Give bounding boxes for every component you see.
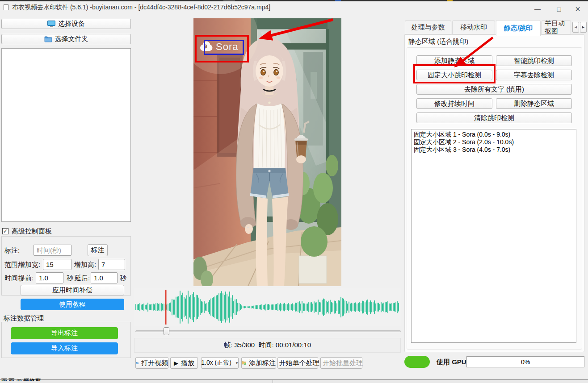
play-button[interactable]: ▶ 播放 [170,357,198,369]
export-annotation-label: 导出标注 [51,329,78,337]
clear-jump-detect-button[interactable]: 清除跳印检测 [416,112,572,123]
tab-scroll-left-button[interactable]: ◀ [572,22,579,33]
remove-all-text-button[interactable]: 去除所有文字 (慎用) [416,84,572,95]
frame-status-bar: 帧: 35/300 时间: 00:01/00:10 [134,338,401,353]
import-annotation-label: 导入标注 [51,344,78,353]
close-icon: × [575,4,580,14]
frame-status-text: 帧: 35/300 时间: 00:01/00:10 [224,341,311,350]
speed-dropdown[interactable]: 1.0x (正常) ▼ [201,357,239,369]
desktop-divider [273,380,273,383]
tab-static-jump[interactable]: 静态/跳印 [496,20,541,36]
gpu-toggle[interactable] [404,356,430,368]
delay-input[interactable] [91,272,118,283]
timeline-slider-handle[interactable] [164,327,169,335]
watermark-red-highlight-rect [195,35,249,62]
import-annotation-button[interactable]: 导入标注 [11,342,118,354]
play-icon: ▶ [174,360,178,366]
add-annotation-button[interactable]: 添加标注 [241,357,276,369]
timeline-slider[interactable] [135,327,401,336]
select-folder-label: 选择文件夹 [55,35,88,43]
fixed-size-red-highlight-rect [413,64,496,83]
progress-text: 0% [521,358,530,366]
export-annotation-button[interactable]: 导出标注 [11,327,118,339]
maximize-icon: □ [557,5,561,13]
file-listbox[interactable] [1,48,131,222]
select-folder-button[interactable]: 选择文件夹 [1,34,131,44]
tab-moving-watermark-label: 移动水印 [460,23,487,32]
minimize-icon: — [534,5,541,12]
timeline-slider-track[interactable] [135,330,401,332]
tab-scroll-right-button[interactable]: ▶ [580,22,587,33]
tab-process-params[interactable]: 处理与参数 [405,20,451,34]
tab-moving-watermark[interactable]: 移动水印 [452,20,495,34]
tab-semi-auto-label: 半自动抠图 [545,20,571,34]
subtitle-remove-detect-button[interactable]: 字幕去除检测 [496,70,572,80]
apply-time-compensation-button[interactable]: 应用时间补偿 [21,285,124,296]
select-device-button[interactable]: 选择设备 [1,19,131,29]
video-canvas[interactable]: Sora [193,18,341,286]
modify-duration-button[interactable]: 修改持续时间 [416,98,492,109]
waveform-svg [134,288,401,326]
start-batch-label: 开始批量处理 [323,359,363,367]
delay-label: 延后: [75,274,90,283]
tab-scroll-left-icon: ◀ [575,25,577,29]
region-list-item[interactable]: 固定大小区域 3 - Sora (4.0s - 7.0s) [412,146,576,154]
open-video-button[interactable]: 打开视频 [135,357,168,369]
start-batch-button[interactable]: 开始批量处理 [320,357,362,369]
region-listbox[interactable]: 固定大小区域 1 - Sora (0.0s - 9.0s) 固定大小区域 2 -… [411,129,576,343]
add-static-region-label: 添加静态区域 [434,57,475,65]
smart-jump-detect-label: 智能跳印检测 [514,57,554,65]
checkmark-icon: ✓ [3,229,8,234]
static-region-section-label: 静态区域 (适合跳印) [408,37,468,46]
apply-time-compensation-label: 应用时间补偿 [52,286,92,295]
start-single-button[interactable]: 开始单个处理 [277,357,318,369]
select-device-label: 选择设备 [58,20,85,28]
maximize-button[interactable]: □ [549,3,569,15]
tab-semi-auto[interactable]: 半自动抠图 [542,20,571,34]
advanced-panel-label: 高级控制面板 [12,227,52,236]
seconds-label-1: 秒 [67,274,73,283]
add-width-input[interactable] [43,259,71,270]
progress-bar: 0% [466,356,584,367]
smart-jump-detect-button[interactable]: 智能跳印检测 [496,55,572,66]
close-button[interactable]: × [567,3,588,15]
app-icon [4,4,8,10]
minimize-button[interactable]: — [527,3,548,15]
dropdown-arrow-icon: ▼ [235,361,239,365]
add-annotation-label: 添加标注 [249,359,276,367]
subtitle-remove-detect-label: 字幕去除检测 [514,71,554,79]
tutorial-label: 使用教程 [59,300,86,309]
add-width-label: 增加宽: [18,261,40,269]
advanced-panel-checkbox[interactable]: ✓ [2,228,8,234]
speed-value: 1.0x (正常) [201,359,231,367]
region-list-item[interactable]: 固定大小区域 2 - Sora (2.0s - 10.0s) [412,138,576,146]
play-label: 播放 [181,359,194,367]
add-height-label: 增加高: [74,261,96,269]
desktop-fragment-text: 画 面 @ 频修剪 [1,377,104,381]
use-gpu-label: 使用 GPU [437,358,466,366]
app-window: 布衣视频去水印软件 (5.6.1) -buyitanan.com - [dc44… [0,1,588,380]
delete-static-region-label: 删除静态区域 [514,100,554,108]
annotation-time-input[interactable] [34,245,71,256]
waveform-panel[interactable] [134,288,401,326]
time-comp-label: 时间补 [4,274,19,283]
region-list-item[interactable]: 固定大小区域 1 - Sora (0.0s - 9.0s) [412,131,576,138]
delete-static-region-button[interactable]: 删除静态区域 [496,98,572,109]
annotate-button[interactable]: 标注 [88,244,108,256]
advance-input[interactable] [36,272,63,283]
tab-static-jump-label: 静态/跳印 [504,24,533,33]
add-height-input[interactable] [98,259,125,270]
modify-duration-label: 修改持续时间 [434,100,475,108]
open-video-folder-icon [136,360,139,366]
folder-icon [44,36,52,42]
clear-jump-detect-label: 清除跳印检测 [474,114,514,122]
tab-scroll-right-icon: ▶ [582,25,584,29]
tab-process-params-label: 处理与参数 [412,23,445,32]
start-single-label: 开始单个处理 [279,359,319,367]
title-bar: 布衣视频去水印软件 (5.6.1) -buyitanan.com - [dc44… [0,1,588,14]
annotate-button-label: 标注 [91,246,105,254]
monitor-icon [47,21,55,27]
tutorial-button[interactable]: 使用教程 [21,299,124,310]
add-annotation-icon [242,360,246,366]
remove-all-text-label: 去除所有文字 (慎用) [464,85,524,94]
